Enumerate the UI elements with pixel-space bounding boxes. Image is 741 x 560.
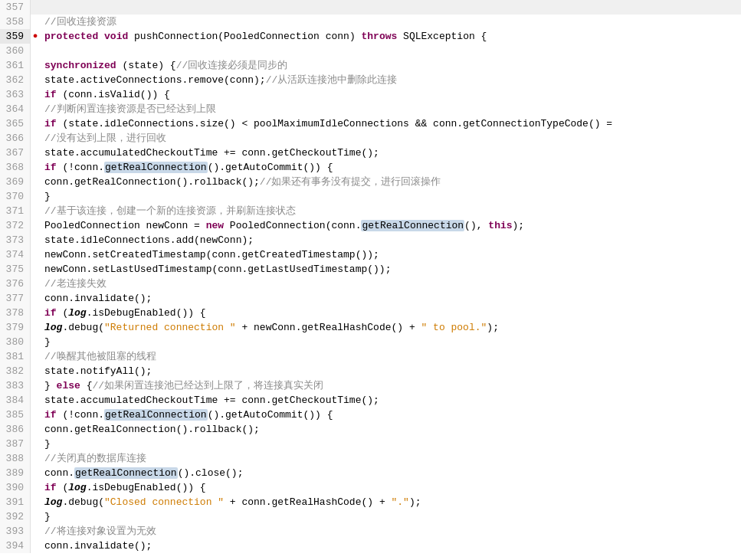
code-text: state.notifyAll(); [44, 365, 152, 377]
line-content: conn.getRealConnection().rollback(); [40, 422, 741, 437]
line-content: //基于该连接，创建一个新的连接资源，并刷新连接状态 [40, 204, 741, 218]
code-text: ().getAutoCommit()) { [208, 162, 333, 173]
line-number: 369 [0, 175, 31, 189]
code-line: 375 newConn.setLastUsedTimestamp(conn.ge… [0, 262, 741, 277]
code-text: .isDebugEnabled()) { [87, 307, 206, 319]
string-literal: "." [391, 496, 408, 508]
line-content: } [40, 509, 741, 524]
line-number: 371 [0, 204, 31, 218]
code-text: .isDebugEnabled()) { [87, 482, 206, 493]
line-number: 377 [0, 291, 31, 306]
code-line: 363 if (conn.isValid()) { [0, 87, 741, 102]
keyword: this [488, 220, 512, 231]
code-line: 388 //关闭真的数据库连接 [0, 451, 741, 466]
code-line: 378 if (log.isDebugEnabled()) { [0, 306, 741, 320]
line-number: 372 [0, 218, 31, 233]
keyword: synchronized [44, 60, 116, 71]
code-text: state.accumulatedCheckoutTime += conn.ge… [44, 147, 379, 159]
line-number: 387 [0, 437, 31, 451]
code-text: + newConn.getRealHashCode() + [236, 322, 421, 333]
line-content: } [40, 189, 741, 204]
code-text: conn.invalidate(); [44, 540, 152, 552]
line-number: 361 [0, 58, 31, 73]
code-line: 384 state.accumulatedCheckoutTime += con… [0, 393, 741, 408]
code-text: } [44, 380, 57, 391]
code-text: .debug( [62, 322, 104, 333]
line-content: //没有达到上限，进行回收 [40, 131, 741, 146]
keyword: if [44, 307, 57, 319]
code-line: 366 //没有达到上限，进行回收 [0, 131, 741, 146]
comment: //基于该连接，创建一个新的连接资源，并刷新连接状态 [44, 205, 296, 217]
line-number: 391 [0, 495, 31, 509]
log-reference: log [44, 496, 62, 508]
line-number: 370 [0, 189, 31, 204]
line-content: conn.getRealConnection().rollback();//如果… [40, 175, 741, 189]
line-content: if (state.idleConnections.size() < poolM… [40, 116, 741, 131]
method-name: getRealConnection [74, 467, 178, 479]
keyword: new [206, 220, 224, 231]
comment: //回收连接资源 [44, 16, 116, 28]
line-content: //老连接失效 [40, 277, 741, 291]
line-number: 386 [0, 422, 31, 437]
line-number: 390 [0, 480, 31, 495]
code-line: 380 } [0, 335, 741, 349]
code-line: 369 conn.getRealConnection().rollback();… [0, 175, 741, 189]
code-text: newConn.setCreatedTimestamp(conn.getCrea… [44, 249, 379, 260]
code-line: 361 synchronized (state) {//回收连接必须是同步的 [0, 58, 741, 73]
code-text: conn. [44, 467, 74, 479]
keyword: throws [362, 31, 398, 42]
line-content: synchronized (state) {//回收连接必须是同步的 [40, 58, 741, 73]
line-content: state.activeConnections.remove(conn);//从… [40, 73, 741, 87]
line-content: //将连接对象设置为无效 [40, 524, 741, 539]
keyword: else [57, 380, 80, 391]
string-literal: "Closed connection " [104, 496, 224, 508]
line-content: state.idleConnections.add(newConn); [40, 233, 741, 247]
code-line: 381 //唤醒其他被阻塞的线程 [0, 349, 741, 364]
line-content: if (!conn.getRealConnection().getAutoCom… [40, 408, 741, 422]
comment: //将连接对象设置为无效 [44, 526, 156, 537]
line-number: 359 [0, 29, 31, 44]
log-reference: log [68, 482, 86, 493]
code-text: } [44, 191, 51, 202]
comment: //从活跃连接池中删除此连接 [266, 74, 398, 86]
comment: //判断闲置连接资源是否已经达到上限 [44, 103, 216, 115]
line-content: log.debug("Returned connection " + newCo… [40, 320, 741, 335]
code-line: 382 state.notifyAll(); [0, 364, 741, 378]
line-number: 382 [0, 364, 31, 378]
line-number: 383 [0, 378, 31, 393]
code-line: 376 //老连接失效 [0, 277, 741, 291]
code-line: 393 //将连接对象设置为无效 [0, 524, 741, 539]
line-content: if (log.isDebugEnabled()) { [40, 480, 741, 495]
code-text: { [80, 380, 93, 391]
line-number: 360 [0, 44, 31, 58]
line-number: 368 [0, 160, 31, 175]
code-line: 372 PooledConnection newConn = new Poole… [0, 218, 741, 233]
line-number: 374 [0, 247, 31, 262]
line-content: } [40, 437, 741, 451]
log-reference: log [44, 322, 62, 333]
line-number: 362 [0, 73, 31, 87]
string-literal: " to pool." [421, 322, 487, 333]
line-number: 385 [0, 408, 31, 422]
line-content: newConn.setLastUsedTimestamp(conn.getLas… [40, 262, 741, 277]
line-content: if (log.isDebugEnabled()) { [40, 306, 741, 320]
code-text: SQLException { [397, 31, 487, 42]
line-content: PooledConnection newConn = new PooledCon… [40, 218, 741, 233]
keyword: void [104, 31, 128, 42]
code-text: .debug( [62, 496, 104, 508]
code-text: (!conn. [57, 162, 104, 173]
code-text: } [44, 511, 51, 522]
line-number: 373 [0, 233, 31, 247]
code-text: state.activeConnections.remove(conn); [44, 74, 266, 86]
method-name: getRealConnection [361, 220, 464, 231]
line-content: protected void pushConnection(PooledConn… [40, 29, 741, 44]
line-number: 363 [0, 87, 31, 102]
line-content: if (conn.isValid()) { [40, 87, 741, 102]
code-text: (state) { [116, 60, 176, 71]
code-text: (state.idleConnections.size() < poolMaxi… [57, 118, 613, 129]
line-number: 358 [0, 15, 31, 29]
code-line: 390 if (log.isDebugEnabled()) { [0, 480, 741, 495]
line-content: conn.getRealConnection().close(); [40, 466, 741, 480]
code-line: 394 conn.invalidate(); [0, 539, 741, 553]
line-number: 366 [0, 131, 31, 146]
